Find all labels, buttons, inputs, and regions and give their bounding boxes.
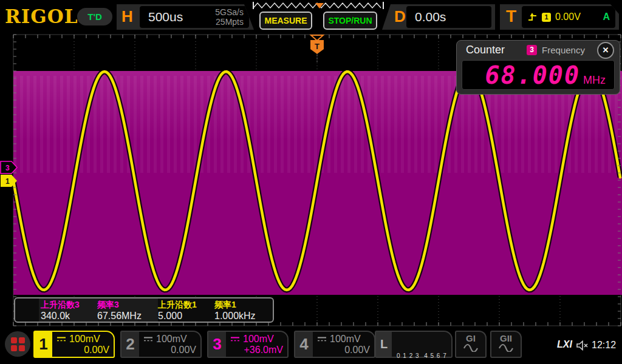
dc-coupling-icon	[317, 335, 327, 343]
close-icon[interactable]: ✕	[597, 42, 614, 59]
speaker-mute-icon[interactable]	[576, 340, 589, 351]
generator-1-label: GI	[456, 333, 485, 343]
measurement-panel[interactable]: 上升沿数3340.0k频率367.56MHz上升沿数15.000频率11.000…	[14, 297, 274, 323]
h-label: H	[121, 7, 133, 26]
measurement-value: 5.000	[158, 311, 182, 322]
measurement-label: 上升沿数1	[158, 300, 197, 311]
digital-row-1: 0 1 2 3 4 5 6 7	[397, 352, 459, 360]
generator-2-label: GII	[491, 333, 521, 343]
dc-coupling-icon	[143, 335, 153, 343]
channel-4-box[interactable]: 4100mV0.00V	[294, 331, 375, 358]
stop-run-button[interactable]: STOP/RUN	[323, 12, 377, 30]
counter-header: Counter 3 Frequency ✕	[457, 41, 620, 59]
status-bar: 1100mV0.00V2100mV0.00V3100mV+36.0mV4100m…	[0, 328, 622, 364]
sample-rate: 5GSa/s	[215, 7, 244, 17]
channel-1-box[interactable]: 1100mV0.00V	[33, 331, 115, 358]
channel-2-box[interactable]: 2100mV0.00V	[120, 331, 202, 358]
ribbon-trigger-marker-icon	[315, 3, 324, 8]
delay-value: 0.00s	[415, 6, 446, 28]
counter-unit: MHz	[583, 71, 606, 89]
trigger-readout: 1 0.00V A	[522, 6, 615, 28]
measurement-value: 67.56MHz	[97, 311, 142, 322]
channel-offset: 0.00V	[317, 345, 370, 356]
channel-scale: 100mV	[330, 334, 361, 345]
channel-3-box[interactable]: 3100mV+36.0mV	[207, 331, 289, 358]
trigger-status-badge: T'D	[77, 8, 112, 25]
measurement-label: 频率1	[214, 300, 236, 311]
dc-coupling-icon	[56, 335, 66, 343]
svg-text:T: T	[315, 42, 320, 51]
rigol-logo: RIGOL	[5, 5, 78, 27]
memory-depth: 25Mpts	[215, 17, 244, 27]
waveform-overview-ribbon[interactable]	[252, 1, 384, 11]
timebase-value: 500us	[148, 6, 183, 28]
sine-wave-icon	[498, 343, 514, 352]
trigger-slope-icon	[527, 12, 538, 22]
channel-scale: 100mV	[69, 334, 100, 345]
counter-panel: Counter 3 Frequency ✕ 68.000 MHz	[456, 40, 620, 95]
measurement-label: 上升沿数3	[41, 300, 80, 311]
delay-readout: 0.00s	[406, 6, 491, 28]
counter-display: 68.000 MHz	[462, 60, 615, 90]
counter-value: 68.000	[485, 61, 581, 89]
menu-button[interactable]	[5, 331, 30, 357]
channel-number: 2	[121, 332, 139, 357]
menu-grid-icon	[5, 331, 30, 357]
measurement-label: 频率3	[97, 300, 119, 311]
dc-coupling-icon	[230, 335, 240, 343]
digital-label: L	[376, 332, 392, 357]
trigger-sweep-mode: A	[603, 12, 610, 22]
clock: 12:12	[592, 340, 616, 351]
trigger-source-badge: 1	[542, 13, 551, 22]
horizontal-timebase-block[interactable]: H 500us 5GSa/s 25Mpts	[117, 4, 254, 30]
measurement-value: 1.000kHz	[214, 311, 256, 322]
channel-number: 4	[295, 332, 313, 357]
d-label: D	[394, 7, 406, 26]
measure-button[interactable]: MEASURE	[259, 12, 312, 30]
counter-channel-badge: 3	[527, 45, 537, 55]
acquisition-rates: 5GSa/s 25Mpts	[215, 7, 244, 27]
counter-mode-label: Frequency	[542, 45, 585, 55]
svg-text:1: 1	[5, 177, 10, 186]
channel-offset: +36.0mV	[230, 345, 283, 356]
generator-2-box[interactable]: GII	[490, 331, 522, 358]
svg-text:3: 3	[5, 164, 10, 172]
delay-block[interactable]: D 0.00s	[382, 4, 495, 30]
generator-1-box[interactable]: GI	[455, 331, 487, 358]
t-label: T	[506, 7, 516, 26]
trigger-block[interactable]: T 1 0.00V A	[500, 4, 619, 30]
channel-offset: 0.00V	[143, 345, 196, 356]
measurement-value: 340.0k	[41, 311, 70, 322]
counter-title: Counter	[466, 44, 505, 56]
digital-channel-list: 0 1 2 3 4 5 6 7 8 9 1011 12131415	[392, 332, 459, 357]
channel-scale: 100mV	[156, 334, 187, 345]
sine-wave-icon	[463, 343, 479, 352]
channel-number: 1	[35, 332, 52, 357]
timebase-readout: 500us 5GSa/s 25Mpts	[140, 6, 249, 28]
channel-offset: 0.00V	[56, 345, 109, 356]
trigger-position-icon	[311, 35, 323, 41]
trigger-level-value: 0.00V	[555, 12, 581, 22]
channel-number: 3	[208, 332, 226, 357]
digital-channels-box[interactable]: L 0 1 2 3 4 5 6 7 8 9 1011 12131415	[375, 331, 453, 358]
oscilloscope-screen: T31 RIGOL T'D H 500us 5GSa/s 25Mpts MEAS…	[0, 0, 622, 364]
channel-scale: 100mV	[243, 334, 274, 345]
lxi-indicator: LXI	[557, 339, 572, 350]
